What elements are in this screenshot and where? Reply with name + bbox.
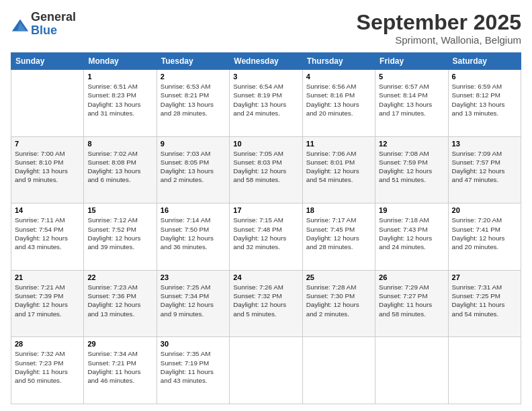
day-number: 13 [452, 140, 517, 148]
day-info: Sunrise: 6:56 AM Sunset: 8:16 PM Dayligh… [306, 82, 371, 118]
day-number: 3 [233, 73, 298, 81]
calendar-cell: 23Sunrise: 7:25 AM Sunset: 7:34 PM Dayli… [157, 270, 229, 337]
day-info: Sunrise: 7:06 AM Sunset: 8:01 PM Dayligh… [306, 149, 371, 185]
day-number: 19 [379, 206, 444, 214]
day-info: Sunrise: 7:15 AM Sunset: 7:48 PM Dayligh… [233, 216, 298, 251]
logo-icon [11, 17, 30, 36]
calendar-cell: 20Sunrise: 7:20 AM Sunset: 7:41 PM Dayli… [448, 203, 521, 271]
day-number: 11 [306, 140, 371, 148]
calendar-cell: 3Sunrise: 6:54 AM Sunset: 8:19 PM Daylig… [230, 70, 302, 137]
calendar-header-sunday: Sunday [11, 53, 84, 70]
day-info: Sunrise: 6:54 AM Sunset: 8:19 PM Dayligh… [233, 82, 298, 118]
day-info: Sunrise: 6:53 AM Sunset: 8:21 PM Dayligh… [161, 82, 226, 118]
day-info: Sunrise: 7:05 AM Sunset: 8:03 PM Dayligh… [233, 149, 298, 185]
day-number: 25 [306, 273, 371, 281]
calendar-cell: 28Sunrise: 7:32 AM Sunset: 7:23 PM Dayli… [11, 337, 84, 404]
calendar-cell: 2Sunrise: 6:53 AM Sunset: 8:21 PM Daylig… [157, 70, 229, 137]
day-number: 27 [452, 273, 517, 281]
calendar-cell [302, 337, 375, 404]
calendar-cell: 30Sunrise: 7:35 AM Sunset: 7:19 PM Dayli… [157, 337, 229, 404]
calendar-cell: 18Sunrise: 7:17 AM Sunset: 7:45 PM Dayli… [302, 203, 375, 271]
day-info: Sunrise: 7:25 AM Sunset: 7:34 PM Dayligh… [161, 283, 226, 318]
day-number: 24 [233, 273, 298, 281]
main-title: September 2025 [357, 11, 521, 34]
day-info: Sunrise: 6:51 AM Sunset: 8:23 PM Dayligh… [87, 82, 152, 118]
day-number: 21 [15, 273, 80, 281]
day-info: Sunrise: 7:17 AM Sunset: 7:45 PM Dayligh… [306, 216, 371, 251]
day-number: 18 [306, 206, 371, 214]
day-info: Sunrise: 7:18 AM Sunset: 7:43 PM Dayligh… [379, 216, 444, 251]
day-number: 5 [379, 73, 444, 81]
day-info: Sunrise: 7:34 AM Sunset: 7:21 PM Dayligh… [87, 349, 152, 385]
title-block: September 2025 Sprimont, Wallonia, Belgi… [357, 11, 521, 46]
day-number: 14 [15, 206, 80, 214]
calendar-cell: 13Sunrise: 7:09 AM Sunset: 7:57 PM Dayli… [448, 136, 521, 203]
day-info: Sunrise: 7:28 AM Sunset: 7:30 PM Dayligh… [306, 283, 371, 318]
calendar-cell: 24Sunrise: 7:26 AM Sunset: 7:32 PM Dayli… [230, 270, 302, 337]
day-number: 4 [306, 73, 371, 81]
page: General Blue September 2025 Sprimont, Wa… [0, 0, 532, 411]
calendar-cell: 22Sunrise: 7:23 AM Sunset: 7:36 PM Dayli… [84, 270, 157, 337]
day-info: Sunrise: 6:57 AM Sunset: 8:14 PM Dayligh… [379, 82, 444, 118]
day-number: 16 [161, 206, 226, 214]
day-info: Sunrise: 7:14 AM Sunset: 7:50 PM Dayligh… [161, 216, 226, 251]
calendar-cell [375, 337, 448, 404]
calendar-week-4: 21Sunrise: 7:21 AM Sunset: 7:39 PM Dayli… [11, 270, 521, 337]
day-number: 17 [233, 206, 298, 214]
calendar-week-3: 14Sunrise: 7:11 AM Sunset: 7:54 PM Dayli… [11, 203, 521, 271]
calendar-cell: 27Sunrise: 7:31 AM Sunset: 7:25 PM Dayli… [448, 270, 521, 337]
calendar-header-saturday: Saturday [448, 53, 521, 70]
calendar: SundayMondayTuesdayWednesdayThursdayFrid… [11, 52, 521, 404]
logo-text: General Blue [31, 11, 76, 38]
day-info: Sunrise: 7:03 AM Sunset: 8:05 PM Dayligh… [161, 149, 226, 185]
day-number: 10 [233, 140, 298, 148]
day-info: Sunrise: 7:32 AM Sunset: 7:23 PM Dayligh… [15, 349, 80, 385]
day-info: Sunrise: 7:21 AM Sunset: 7:39 PM Dayligh… [15, 283, 80, 318]
day-number: 12 [379, 140, 444, 148]
day-number: 6 [452, 73, 517, 81]
day-number: 22 [87, 273, 152, 281]
day-info: Sunrise: 7:11 AM Sunset: 7:54 PM Dayligh… [15, 216, 80, 251]
calendar-cell: 16Sunrise: 7:14 AM Sunset: 7:50 PM Dayli… [157, 203, 229, 271]
day-number: 30 [161, 340, 226, 348]
calendar-header-wednesday: Wednesday [230, 53, 302, 70]
day-number: 28 [15, 340, 80, 348]
calendar-header-thursday: Thursday [302, 53, 375, 70]
calendar-header-monday: Monday [84, 53, 157, 70]
day-number: 7 [15, 140, 80, 148]
calendar-header-row: SundayMondayTuesdayWednesdayThursdayFrid… [11, 53, 521, 70]
calendar-cell: 10Sunrise: 7:05 AM Sunset: 8:03 PM Dayli… [230, 136, 302, 203]
header: General Blue September 2025 Sprimont, Wa… [11, 11, 521, 46]
calendar-cell: 11Sunrise: 7:06 AM Sunset: 8:01 PM Dayli… [302, 136, 375, 203]
day-info: Sunrise: 7:20 AM Sunset: 7:41 PM Dayligh… [452, 216, 517, 251]
calendar-cell: 5Sunrise: 6:57 AM Sunset: 8:14 PM Daylig… [375, 70, 448, 137]
calendar-cell: 15Sunrise: 7:12 AM Sunset: 7:52 PM Dayli… [84, 203, 157, 271]
day-info: Sunrise: 7:35 AM Sunset: 7:19 PM Dayligh… [161, 349, 226, 385]
calendar-cell: 12Sunrise: 7:08 AM Sunset: 7:59 PM Dayli… [375, 136, 448, 203]
day-info: Sunrise: 7:00 AM Sunset: 8:10 PM Dayligh… [15, 149, 80, 185]
day-number: 2 [161, 73, 226, 81]
calendar-cell: 21Sunrise: 7:21 AM Sunset: 7:39 PM Dayli… [11, 270, 84, 337]
calendar-cell: 19Sunrise: 7:18 AM Sunset: 7:43 PM Dayli… [375, 203, 448, 271]
calendar-header-tuesday: Tuesday [157, 53, 229, 70]
calendar-cell [11, 70, 84, 137]
day-info: Sunrise: 7:29 AM Sunset: 7:27 PM Dayligh… [379, 283, 444, 318]
day-info: Sunrise: 6:59 AM Sunset: 8:12 PM Dayligh… [452, 82, 517, 118]
calendar-cell [448, 337, 521, 404]
calendar-cell: 1Sunrise: 6:51 AM Sunset: 8:23 PM Daylig… [84, 70, 157, 137]
calendar-cell [230, 337, 302, 404]
day-number: 15 [87, 206, 152, 214]
calendar-cell: 17Sunrise: 7:15 AM Sunset: 7:48 PM Dayli… [230, 203, 302, 271]
calendar-cell: 26Sunrise: 7:29 AM Sunset: 7:27 PM Dayli… [375, 270, 448, 337]
day-number: 23 [161, 273, 226, 281]
calendar-cell: 6Sunrise: 6:59 AM Sunset: 8:12 PM Daylig… [448, 70, 521, 137]
logo: General Blue [11, 11, 76, 38]
day-info: Sunrise: 7:23 AM Sunset: 7:36 PM Dayligh… [87, 283, 152, 318]
calendar-cell: 9Sunrise: 7:03 AM Sunset: 8:05 PM Daylig… [157, 136, 229, 203]
day-info: Sunrise: 7:08 AM Sunset: 7:59 PM Dayligh… [379, 149, 444, 185]
day-number: 26 [379, 273, 444, 281]
subtitle: Sprimont, Wallonia, Belgium [357, 34, 521, 46]
calendar-header-friday: Friday [375, 53, 448, 70]
day-number: 1 [87, 73, 152, 81]
calendar-week-2: 7Sunrise: 7:00 AM Sunset: 8:10 PM Daylig… [11, 136, 521, 203]
